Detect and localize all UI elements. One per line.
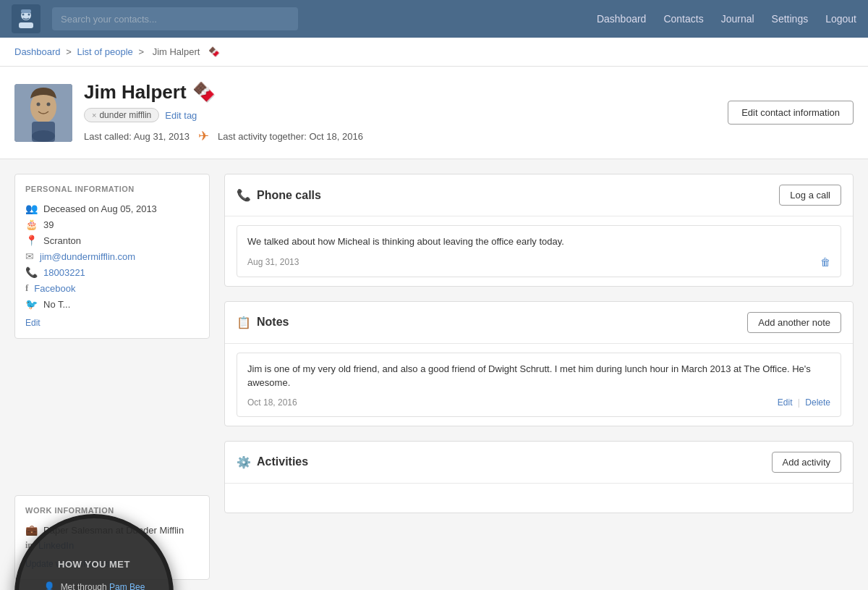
phone-link[interactable]: 18003221 (43, 267, 85, 278)
breadcrumb-current: Jim Halpert (153, 46, 200, 57)
notes-section: 📋 Notes Add another note Jim is one of m… (224, 301, 854, 426)
note-date: Oct 18, 2016 (247, 397, 297, 408)
breadcrumb-dashboard[interactable]: Dashboard (14, 46, 61, 57)
edit-tag-link[interactable]: Edit tag (165, 110, 197, 121)
twitter-icon: 🐦 (25, 298, 38, 310)
edit-contact-button[interactable]: Edit contact information (728, 101, 854, 125)
profile-tags: dunder mifflin Edit tag (84, 108, 716, 122)
how-you-met-title: HOW YOU MET (58, 559, 130, 570)
phone-calls-title: 📞 Phone calls (237, 188, 321, 202)
log-call-button[interactable]: Log a call (779, 185, 841, 206)
activities-empty (225, 484, 853, 513)
nav-contacts[interactable]: Contacts (663, 13, 703, 25)
personal-info-title: PERSONAL INFORMATION (25, 185, 199, 193)
work-icon: 💼 (25, 524, 38, 536)
notes-icon: 📋 (237, 316, 251, 329)
svg-point-7 (37, 102, 41, 106)
main-content: PERSONAL INFORMATION 👥 Deceased on Aug 0… (0, 159, 868, 590)
activities-icon: ⚙️ (237, 455, 251, 469)
phone-calls-header: 📞 Phone calls Log a call (225, 174, 853, 216)
notes-title: 📋 Notes (237, 316, 289, 329)
note-edit-link[interactable]: Edit (778, 397, 793, 408)
activities-section: ⚙️ Activities Add activity (224, 441, 854, 513)
nav-logout[interactable]: Logout (825, 13, 856, 25)
svg-point-10 (32, 130, 55, 142)
facebook-icon: f (25, 282, 28, 294)
personal-age: 🎂 39 (25, 216, 199, 232)
note-footer: Oct 18, 2016 Edit | Delete (247, 397, 830, 408)
svg-rect-4 (21, 9, 31, 13)
how-you-met-item-1: 👤 Met through Pam Bee (43, 578, 145, 590)
header-nav: Dashboard Contacts Journal Settings Logo… (597, 13, 856, 25)
svg-point-2 (22, 14, 25, 16)
facebook-link[interactable]: Facebook (34, 283, 75, 294)
email-link[interactable]: jim@dundermifflin.com (40, 251, 135, 262)
breadcrumb: Dashboard > List of people > Jim Halpert… (0, 38, 868, 67)
phone-icon: 📞 (25, 266, 38, 278)
personal-edit-link[interactable]: Edit (25, 318, 199, 328)
nav-settings[interactable]: Settings (772, 13, 809, 25)
profile-info: Jim Halpert 🍫 dunder mifflin Edit tag La… (84, 81, 716, 144)
nav-journal[interactable]: Journal (721, 13, 754, 25)
svg-rect-1 (19, 22, 33, 28)
phone-calls-section: 📞 Phone calls Log a call We talked about… (224, 174, 854, 287)
phone-call-date: Aug 31, 2013 (247, 257, 299, 267)
phone-call-entry: We talked about how Micheal is thinking … (237, 225, 841, 277)
phone-call-footer: Aug 31, 2013 🗑 (247, 256, 830, 268)
note-entry: Jim is one of my very old friend, and al… (237, 353, 841, 417)
phone-calls-icon: 📞 (237, 188, 251, 202)
age-icon: 🎂 (25, 219, 38, 230)
profile-name: Jim Halpert 🍫 (84, 81, 716, 104)
profile-header: Jim Halpert 🍫 dunder mifflin Edit tag La… (0, 67, 868, 159)
svg-point-8 (47, 102, 51, 106)
personal-email[interactable]: ✉ jim@dundermifflin.com (25, 248, 199, 264)
note-text: Jim is one of my very old friend, and al… (247, 362, 830, 390)
personal-twitter: 🐦 No T... (25, 296, 199, 312)
add-note-button[interactable]: Add another note (747, 312, 841, 333)
meta-separator: ✈ (198, 128, 209, 144)
pam-bee-link[interactable]: Pam Bee (109, 582, 145, 591)
svg-point-3 (28, 14, 30, 16)
last-called: Last called: Aug 31, 2013 (84, 131, 190, 142)
logo (12, 4, 41, 33)
search-input[interactable] (52, 7, 298, 30)
add-activity-button[interactable]: Add activity (772, 452, 841, 473)
activities-title: ⚙️ Activities (237, 455, 308, 469)
breadcrumb-list[interactable]: List of people (77, 46, 132, 57)
main-panel: 📞 Phone calls Log a call We talked about… (224, 174, 854, 580)
nav-dashboard[interactable]: Dashboard (597, 13, 647, 25)
email-icon: ✉ (25, 250, 34, 262)
phone-call-text: We talked about how Micheal is thinking … (247, 235, 830, 249)
last-activity: Last activity together: Oct 18, 2016 (218, 131, 363, 142)
met-through-icon: 👤 (43, 581, 55, 590)
work-info-title: WORK INFORMATION (25, 506, 199, 515)
deceased-icon: 👥 (25, 203, 38, 214)
note-actions: Edit | Delete (778, 397, 830, 408)
personal-deceased: 👥 Deceased on Aug 05, 2013 (25, 201, 199, 216)
avatar (14, 84, 72, 142)
personal-info-card: PERSONAL INFORMATION 👥 Deceased on Aug 0… (14, 174, 210, 339)
header: Dashboard Contacts Journal Settings Logo… (0, 0, 868, 38)
phone-call-delete-icon[interactable]: 🗑 (820, 256, 830, 268)
tag-dunder-mifflin: dunder mifflin (84, 108, 159, 122)
personal-location: 📍 Scranton (25, 232, 199, 248)
location-icon: 📍 (25, 235, 38, 246)
profile-meta: Last called: Aug 31, 2013 ✈ Last activit… (84, 128, 716, 144)
activities-header: ⚙️ Activities Add activity (225, 442, 853, 484)
notes-header: 📋 Notes Add another note (225, 302, 853, 344)
personal-facebook[interactable]: f Facebook (25, 280, 199, 296)
personal-phone[interactable]: 📞 18003221 (25, 264, 199, 280)
note-delete-link[interactable]: Delete (805, 397, 830, 408)
